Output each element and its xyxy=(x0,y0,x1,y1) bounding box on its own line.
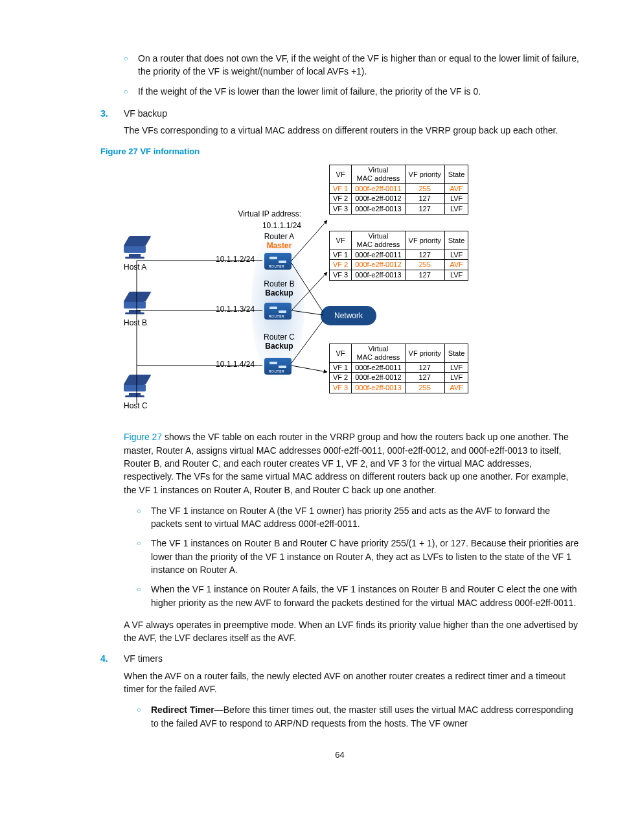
router-a-label: Router AMaster xyxy=(260,233,299,251)
bullet: If the weight of the VF is lower than th… xyxy=(124,85,579,98)
vip-label: Virtual IP address:10.1.1.1/24 xyxy=(236,209,301,231)
bullet: Redirect Timer—Before this timer times o… xyxy=(137,703,579,730)
router-a-icon xyxy=(264,253,292,270)
host-c-icon xyxy=(122,375,151,398)
host-b-icon xyxy=(122,292,151,315)
router-c-icon xyxy=(264,358,292,375)
host-c-label: Host C xyxy=(124,401,148,412)
figure-diagram: Host A Host B Host C Virtual IP address:… xyxy=(113,165,489,417)
host-a-label: Host A xyxy=(124,262,146,273)
bullet: The VF 1 instances on Router B and Route… xyxy=(137,537,579,576)
bullets-bottom: Redirect Timer—Before this timer times o… xyxy=(137,703,579,730)
step-3: 3. VF backup xyxy=(100,107,579,120)
bullets-mid: The VF 1 instance on Router A (the VF 1 … xyxy=(137,504,579,609)
router-b-icon xyxy=(264,303,292,320)
vf-table-c: VFVirtual MAC addressVF priorityState VF… xyxy=(329,344,468,393)
preempt-paragraph: A VF always operates in preemptive mode.… xyxy=(124,618,579,645)
step-body: When the AVF on a router fails, the newl… xyxy=(124,670,579,696)
router-b-ip: 10.1.1.3/24 xyxy=(216,304,255,315)
step-title: VF timers xyxy=(124,652,579,665)
bullet: When the VF 1 instance on Router A fails… xyxy=(137,583,579,609)
vf-table-b: VFVirtual MAC addressVF priorityState VF… xyxy=(329,231,468,280)
redirect-label: Redirect Timer xyxy=(151,705,214,715)
vf-table-a: VFVirtual MAC addressVF priorityState VF… xyxy=(329,165,468,214)
bullet: The VF 1 instance on Router A (the VF 1 … xyxy=(137,504,579,531)
router-a-ip: 10.1.1.2/24 xyxy=(216,254,255,265)
network-cloud: Network xyxy=(321,306,376,325)
step-4: 4. VF timers xyxy=(100,652,579,665)
router-b-label: Router BBackup xyxy=(260,280,299,298)
bullets-top: On a router that does not own the VF, if… xyxy=(124,52,579,98)
page-number: 64 xyxy=(100,749,579,762)
step-title: VF backup xyxy=(124,107,579,120)
figure-caption: Figure 27 VF information xyxy=(100,146,579,158)
host-b-label: Host B xyxy=(124,318,147,329)
router-c-ip: 10.1.1.4/24 xyxy=(216,359,255,370)
step-number: 3. xyxy=(100,107,124,120)
figure-ref: Figure 27 xyxy=(124,432,162,442)
svg-line-6 xyxy=(292,366,327,372)
step-number: 4. xyxy=(100,652,124,665)
host-a-icon xyxy=(122,236,151,259)
figure-description: Figure 27 shows the VF table on each rou… xyxy=(124,430,579,496)
router-c-label: Router CBackup xyxy=(260,333,299,351)
bullet: On a router that does not own the VF, if… xyxy=(124,52,579,78)
step-body: The VFs corresponding to a virtual MAC a… xyxy=(124,124,579,137)
